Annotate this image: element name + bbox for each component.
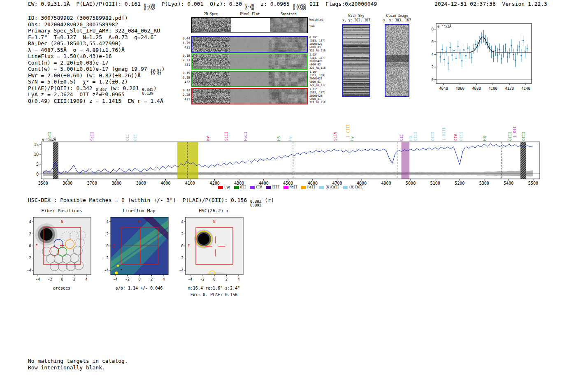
svg-text:5300: 5300 bbox=[479, 181, 489, 186]
svg-text:5000: 5000 bbox=[406, 181, 416, 186]
svg-text:Hγ: Hγ bbox=[350, 136, 354, 141]
svg-text:0: 0 bbox=[36, 172, 39, 176]
legend-item-MgII: MgII bbox=[283, 186, 297, 189]
svg-text:4: 4 bbox=[163, 277, 165, 281]
spec2d-row-left-labels: 0.122.28431 bbox=[176, 88, 190, 102]
weighted-sum-pixelflat bbox=[231, 18, 270, 32]
svg-text:} CIII: } CIII bbox=[346, 124, 350, 137]
svg-text:2: 2 bbox=[181, 232, 183, 236]
footer-note: No matching targets in catalog.Row inten… bbox=[28, 358, 128, 371]
svg-text:8: 8 bbox=[432, 27, 434, 31]
fiber-positions-title: Fiber Positions bbox=[23, 208, 95, 215]
svg-text:-2: -2 bbox=[179, 256, 183, 260]
stacked-value: 0.300.30 bbox=[245, 4, 254, 11]
withsky-image bbox=[342, 24, 370, 97]
svg-text:N: N bbox=[138, 220, 140, 224]
svg-text:2: 2 bbox=[73, 277, 75, 281]
spec2d-row-left-labels: 0.182.33431 bbox=[176, 53, 190, 67]
svg-text:3500: 3500 bbox=[38, 181, 48, 186]
svg-text:5: 5 bbox=[36, 162, 39, 167]
svg-text:0: 0 bbox=[213, 277, 215, 281]
svg-text:4140: 4140 bbox=[521, 86, 530, 90]
spec2d-fiber-strip bbox=[191, 71, 308, 87]
header-datetime-version: 2024-12-31 02:37:36 Version 1.22.3 bbox=[434, 1, 547, 7]
text-line: m:16.4 re:1.6" s:2.4" bbox=[181, 285, 247, 292]
svg-text:4: 4 bbox=[181, 220, 183, 224]
svg-text:CIV: CIV bbox=[454, 134, 458, 141]
spec2d-header-2dspec: 2D Spec bbox=[191, 12, 230, 16]
svg-text:-4: -4 bbox=[27, 268, 31, 272]
svg-text:NV: NV bbox=[206, 136, 210, 141]
svg-text:2: 2 bbox=[432, 65, 434, 69]
hsc-cutout: HSC(26.2) r -4-4-2-2002244NE m:16.4 re:1… bbox=[175, 208, 247, 298]
hsc-dex-line: HSC-DEX : Possible Matches = 0 (within +… bbox=[28, 197, 274, 207]
elixer-report-page: EW: 0.9±31.1Å P(LAE)/P(OII): 0.161 0.288… bbox=[0, 0, 576, 392]
stacked-value: 0.2880.092 bbox=[144, 4, 155, 11]
svg-text:4120: 4120 bbox=[505, 86, 514, 90]
clean-canvas bbox=[386, 25, 409, 96]
text-line: Q(0.49) CIII(1909) z = 1.1415 EW r = 1.4… bbox=[28, 98, 165, 104]
full-spectrum-chart: 3500360037003800390040004100420043004400… bbox=[23, 111, 545, 191]
svg-text:N: N bbox=[213, 220, 215, 224]
lineflux-map-title: Lineflux Map bbox=[100, 208, 172, 215]
spec2d-header-pixelflat: Pixel Flat bbox=[230, 12, 269, 16]
spec2d-row-right-labels: 1.00"(303, 159)20200428v020_01322_RU_017 bbox=[309, 71, 325, 87]
spec2d-fiber-strip bbox=[191, 53, 308, 70]
svg-text:4: 4 bbox=[237, 277, 239, 281]
spec2d-fiber-strip bbox=[191, 88, 308, 104]
text-line: Cont(n) = 2.20(±0.08)e-17 bbox=[28, 60, 165, 66]
svg-text:SiII: SiII bbox=[224, 132, 228, 141]
hsc-plot: -4-4-2-2002244NE bbox=[175, 215, 247, 284]
svg-text:OIII: OIII bbox=[522, 132, 526, 141]
legend-item-Lyα: Lyα bbox=[218, 186, 230, 189]
svg-text:2: 2 bbox=[107, 232, 109, 236]
svg-text:4100: 4100 bbox=[185, 181, 195, 186]
svg-text:4: 4 bbox=[29, 220, 31, 224]
legend-swatch bbox=[343, 186, 348, 189]
svg-text:OIII: OIII bbox=[459, 132, 463, 141]
legend-item-OII: OII bbox=[234, 186, 246, 189]
legend-item-(K)CaII: (K)CaII bbox=[319, 186, 339, 189]
weighted-sum-2dspec-canvas bbox=[192, 18, 231, 32]
withsky-title: With Sky bbox=[342, 14, 371, 18]
svg-text:HeII: HeII bbox=[244, 132, 248, 141]
svg-text:4100: 4100 bbox=[488, 86, 497, 90]
svg-text:E: E bbox=[113, 244, 115, 248]
text-line: F=1.7" T=0.127 N=1.25 A=0.73 g=24.6̄ bbox=[28, 34, 165, 41]
spec2d-flat-canvas bbox=[230, 54, 269, 69]
svg-text:E: E bbox=[35, 244, 37, 248]
clean-xy: x, y: 303, 167 bbox=[382, 19, 412, 22]
spec2d-spec-canvas bbox=[192, 72, 230, 86]
svg-text:} OIII: } OIII bbox=[442, 127, 446, 141]
legend-item-CIII: CIII bbox=[266, 186, 280, 189]
spec2d-smooth-canvas bbox=[269, 89, 307, 104]
svg-text:-2: -2 bbox=[27, 256, 31, 260]
svg-text:Hδ: Hδ bbox=[277, 136, 281, 141]
text-line: LineFlux = 1.50(±0.43)e-16 bbox=[28, 53, 165, 60]
svg-text:-4: -4 bbox=[104, 268, 109, 272]
svg-text:3700: 3700 bbox=[87, 181, 97, 186]
hsc-title: HSC(26.2) r bbox=[175, 208, 247, 215]
legend-swatch bbox=[301, 186, 306, 189]
svg-text:Hβ: Hβ bbox=[483, 136, 487, 141]
lineflux-map-plot: -4-4-2-2002244NE bbox=[100, 215, 172, 284]
svg-text:5200: 5200 bbox=[455, 181, 465, 186]
svg-text:5100: 5100 bbox=[430, 181, 440, 186]
svg-text:4200: 4200 bbox=[210, 181, 220, 186]
svg-text:-2: -2 bbox=[104, 256, 109, 260]
svg-text:6: 6 bbox=[432, 40, 434, 44]
legend-swatch bbox=[283, 186, 288, 189]
svg-text:E: E bbox=[188, 244, 190, 248]
withsky-xy: x, y: 303, 167 bbox=[342, 19, 371, 22]
svg-text:0: 0 bbox=[107, 244, 109, 248]
legend-swatch bbox=[234, 186, 239, 189]
spec2d-row-right-labels: 0.59"(303, 167)20200428v020_03322_RU_018 bbox=[309, 36, 325, 53]
svg-text:4400: 4400 bbox=[259, 181, 269, 186]
svg-text:4000: 4000 bbox=[161, 181, 171, 186]
svg-text:4800: 4800 bbox=[357, 181, 367, 186]
svg-text:4: 4 bbox=[107, 220, 109, 224]
hsc-captions: m:16.4 re:1.6" s:2.4"EWr: 0. PLAE: 0.156 bbox=[175, 285, 247, 298]
svg-text:-4: -4 bbox=[179, 268, 183, 272]
svg-text:10: 10 bbox=[34, 152, 39, 157]
spec2d-spec-canvas bbox=[192, 54, 230, 69]
